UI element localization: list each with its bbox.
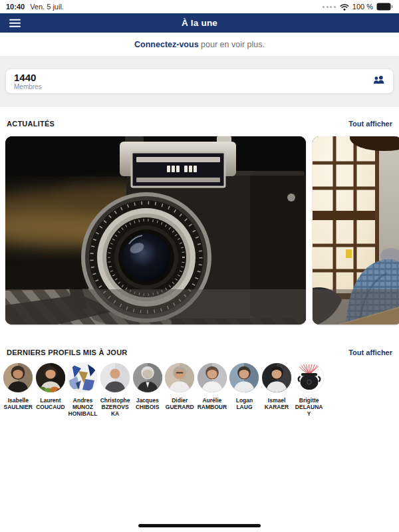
profile-avatar	[262, 363, 291, 392]
profile-item[interactable]: Didier GUERARD	[164, 363, 196, 417]
news-section-title: ACTUALITÉS	[7, 120, 55, 128]
profile-avatar	[295, 363, 324, 392]
profile-avatar	[198, 363, 227, 392]
members-label: Membres	[14, 83, 385, 90]
page-title: À la une	[0, 13, 399, 33]
profiles-show-all-link[interactable]: Tout afficher	[348, 348, 392, 356]
login-suffix: pour en voir plus.	[199, 40, 265, 49]
home-indicator[interactable]	[138, 524, 261, 527]
card-scrim	[313, 289, 399, 325]
status-time: 10:40	[6, 3, 25, 11]
profile-name: Laurent COUCAUD	[35, 397, 66, 410]
battery-percent: 100 %	[352, 3, 373, 11]
profile-avatar	[133, 363, 162, 392]
office-photo	[313, 136, 399, 325]
profile-name: Aurélie RAMBOUR	[197, 397, 227, 410]
profile-item[interactable]: Laurent COUCAUD	[35, 363, 67, 417]
status-date: Ven. 5 juil.	[30, 3, 64, 11]
wifi-icon	[340, 3, 349, 11]
profile-name: Jacques CHIBOIS	[132, 397, 163, 410]
profiles-section-title: DERNIERS PROFILS MIS À JOUR	[7, 348, 128, 356]
profile-item[interactable]: Isabelle SAULNIER	[2, 363, 35, 417]
profile-avatar	[36, 363, 65, 392]
app-screen: 10:40 Ven. 5 juil. 100 % À la une Connec…	[0, 0, 399, 532]
app-bar: À la une	[0, 13, 399, 33]
profile-name: Christophe BZEROVSKA	[100, 397, 130, 417]
news-card-camera[interactable]	[5, 136, 306, 325]
members-card[interactable]: 1440 Membres	[5, 68, 394, 94]
news-carousel	[0, 136, 399, 325]
members-count: 1440	[14, 72, 385, 83]
profile-name: Ismael KARAER	[261, 397, 292, 410]
news-card-office[interactable]	[313, 136, 399, 325]
login-link[interactable]: Connectez-vous	[134, 40, 199, 49]
cellular-signal-icon	[323, 6, 336, 8]
profile-avatar	[229, 363, 259, 392]
profile-item[interactable]: Christophe BZEROVSKA	[99, 363, 132, 417]
yellow-cup	[346, 249, 352, 258]
profiles-row: Isabelle SAULNIER Laurent COUCAUD Andres…	[2, 363, 325, 417]
profile-avatar	[100, 363, 130, 392]
battery-icon	[376, 3, 393, 11]
profile-item[interactable]: Jacques CHIBOIS	[131, 363, 164, 417]
stats-band: 1440 Membres	[0, 56, 399, 107]
profile-name: Brigitte DELAUNAY	[294, 397, 325, 417]
camera-photo	[5, 136, 306, 325]
news-section-head: ACTUALITÉS Tout afficher	[7, 120, 392, 128]
login-banner: Connectez-vous pour en voir plus.	[0, 33, 399, 56]
profile-avatar	[3, 363, 33, 392]
profile-item[interactable]: Brigitte DELAUNAY	[293, 363, 325, 417]
news-show-all-link[interactable]: Tout afficher	[348, 120, 392, 128]
status-right: 100 %	[323, 3, 393, 11]
profile-name: Andres MUNOZ HONIBALL	[67, 397, 98, 417]
profile-item[interactable]: Andres MUNOZ HONIBALL	[66, 363, 99, 417]
profile-avatar	[165, 363, 194, 392]
profiles-section-head: DERNIERS PROFILS MIS À JOUR Tout affiche…	[7, 348, 392, 356]
profile-name: Didier GUERARD	[164, 397, 195, 410]
profile-item[interactable]: Logan LAUG	[228, 363, 261, 417]
profile-item[interactable]: Ismael KARAER	[261, 363, 293, 417]
card-scrim	[5, 289, 306, 325]
status-left: 10:40 Ven. 5 juil.	[6, 3, 64, 11]
profile-name: Isabelle SAULNIER	[3, 397, 33, 410]
profile-avatar	[68, 363, 97, 392]
status-bar: 10:40 Ven. 5 juil. 100 %	[0, 0, 399, 13]
members-icon	[373, 75, 384, 84]
profile-item[interactable]: Aurélie RAMBOUR	[196, 363, 229, 417]
profile-name: Logan LAUG	[229, 397, 259, 410]
